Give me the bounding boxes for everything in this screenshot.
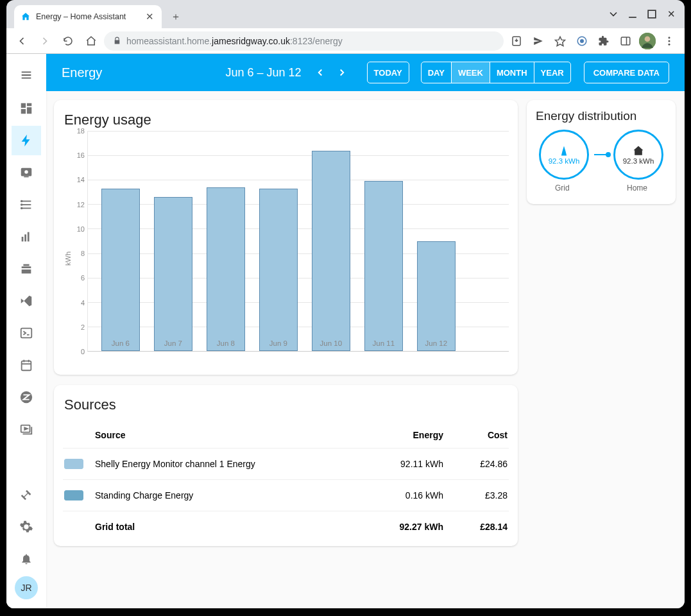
tracker-shield-icon[interactable] [572, 31, 592, 51]
chart-bar[interactable] [364, 181, 403, 351]
hamburger-menu-icon[interactable] [12, 59, 41, 91]
chevron-down-icon[interactable] [605, 8, 622, 21]
install-app-icon[interactable] [506, 31, 527, 51]
sidebar-item-hacs[interactable] [12, 254, 41, 284]
chart-ylabel: kWh [63, 131, 72, 368]
chart-bar[interactable] [101, 189, 140, 351]
svg-point-9 [645, 36, 651, 42]
chart-ytick: 18 [77, 127, 85, 135]
sources-row[interactable]: Standing Charge Energy0.16 kWh£3.28 [63, 479, 509, 511]
bookmark-star-icon[interactable] [550, 31, 570, 51]
sidebar-item-calendar[interactable] [12, 350, 41, 380]
sidebar-item-settings[interactable] [12, 512, 41, 542]
profile-avatar[interactable] [637, 31, 658, 51]
sources-card: Sources Source Energy Cost Shelly Energy… [54, 385, 518, 546]
sidebar-item-vscode[interactable] [12, 286, 41, 316]
sidebar-item-history[interactable] [12, 222, 41, 252]
sidebar-item-media[interactable] [12, 415, 41, 444]
new-tab-button[interactable]: ＋ [167, 8, 185, 26]
chart-yaxis: 024681012141618 [72, 131, 87, 368]
svg-point-11 [669, 40, 670, 42]
distribution-home-node[interactable]: 92.3 kWh [613, 130, 663, 180]
chart-ytick: 14 [77, 176, 85, 184]
source-energy: 92.11 kWh [354, 459, 443, 469]
next-period-button[interactable] [332, 63, 352, 82]
chart-xtick: Jun 10 [320, 339, 343, 347]
sidebar-item-energy[interactable] [12, 126, 41, 155]
sources-total-row: Grid total 92.27 kWh £28.14 [63, 511, 509, 542]
source-swatch [64, 459, 83, 469]
energy-distribution-card: Energy distribution 92.3 kWh 92.3 kWh [527, 100, 676, 204]
period-week[interactable]: WEEK [452, 62, 490, 83]
chart-xtick: Jun 11 [373, 339, 395, 347]
svg-rect-35 [22, 361, 31, 371]
chart-ytick: 16 [77, 151, 85, 159]
reload-button[interactable] [58, 31, 78, 51]
forward-button[interactable] [35, 31, 55, 51]
browser-window: Energy – Home Assistant ✕ ＋ ✕ [6, 0, 685, 608]
sources-total-name: Grid total [95, 522, 354, 532]
svg-point-27 [21, 204, 22, 205]
prev-period-button[interactable] [311, 63, 330, 82]
browser-toolbar: homeassistant.home.jamesridgway.co.uk:81… [6, 28, 685, 54]
chart-xtick: Jun 9 [269, 339, 287, 347]
chart-ytick: 12 [77, 201, 85, 209]
sidebar-item-terminal[interactable] [12, 318, 41, 348]
chart-ytick: 0 [81, 348, 85, 355]
period-month[interactable]: MONTH [490, 62, 534, 83]
svg-marker-3 [556, 37, 565, 46]
extensions-icon[interactable] [593, 31, 614, 51]
sidebar-item-logbook[interactable] [12, 190, 41, 219]
url-bar[interactable]: homeassistant.home.jamesridgway.co.uk:81… [104, 31, 504, 51]
window-maximize-button[interactable] [644, 8, 660, 21]
chart-xtick: Jun 12 [425, 339, 448, 347]
lock-icon [113, 37, 121, 45]
kebab-menu-icon[interactable] [659, 31, 679, 51]
svg-rect-31 [28, 232, 30, 242]
period-year[interactable]: YEAR [534, 62, 570, 83]
svg-rect-22 [24, 176, 28, 178]
window-minimize-button[interactable] [624, 8, 641, 21]
sidebar-item-zigbee[interactable] [12, 382, 41, 412]
sidebar-user-badge[interactable]: JR [15, 576, 38, 599]
distribution-home-value: 92.3 kWh [623, 157, 654, 165]
sources-header-row: Source Energy Cost [63, 422, 509, 448]
back-button[interactable] [12, 31, 32, 51]
source-cost: £24.86 [443, 459, 508, 469]
chart-bar[interactable] [207, 187, 245, 351]
source-energy: 0.16 kWh [354, 490, 443, 501]
sources-row[interactable]: Shelly Energy Monitor channel 1 Energy92… [63, 448, 509, 479]
sidebar-item-notifications[interactable] [12, 544, 41, 574]
home-button[interactable] [81, 31, 101, 51]
close-tab-icon[interactable]: ✕ [146, 11, 154, 22]
distribution-grid-value: 92.3 kWh [549, 157, 580, 165]
svg-point-28 [21, 208, 22, 209]
sidebar-item-map[interactable] [12, 158, 41, 187]
distribution-grid-label: Grid [555, 184, 570, 193]
period-day[interactable]: DAY [422, 62, 452, 83]
browser-tab[interactable]: Energy – Home Assistant ✕ [14, 5, 162, 28]
url-text: homeassistant.home.jamesridgway.co.uk:81… [126, 36, 343, 46]
distribution-grid-node[interactable]: 92.3 kWh [539, 130, 589, 180]
svg-point-5 [581, 39, 584, 42]
send-icon[interactable] [528, 31, 549, 51]
sources-total-energy: 92.27 kWh [354, 522, 443, 532]
side-panel-icon[interactable] [615, 31, 636, 51]
chart-plot-area[interactable]: Jun 6Jun 7Jun 8Jun 9Jun 10Jun 11Jun 12 [87, 131, 509, 352]
chart-bar[interactable] [259, 189, 298, 351]
svg-point-10 [669, 37, 670, 38]
source-name: Shelly Energy Monitor channel 1 Energy [95, 459, 354, 469]
period-today[interactable]: TODAY [368, 62, 409, 83]
window-close-button[interactable]: ✕ [663, 8, 679, 21]
chart-ytick: 2 [81, 323, 85, 331]
sidebar-item-overview[interactable] [12, 94, 41, 123]
svg-marker-41 [24, 427, 28, 430]
chart-bar[interactable] [312, 151, 350, 352]
chart-bar[interactable] [154, 197, 192, 351]
date-range: Jun 6 – Jun 12 [225, 66, 301, 80]
compare-data-button[interactable]: COMPARE DATA [584, 62, 669, 83]
energy-usage-card: Energy usage kWh 024681012141618 Jun 6Ju… [54, 100, 518, 375]
chart-ytick: 8 [81, 250, 85, 257]
svg-point-21 [24, 170, 28, 174]
sidebar-item-devtools[interactable] [12, 480, 41, 509]
